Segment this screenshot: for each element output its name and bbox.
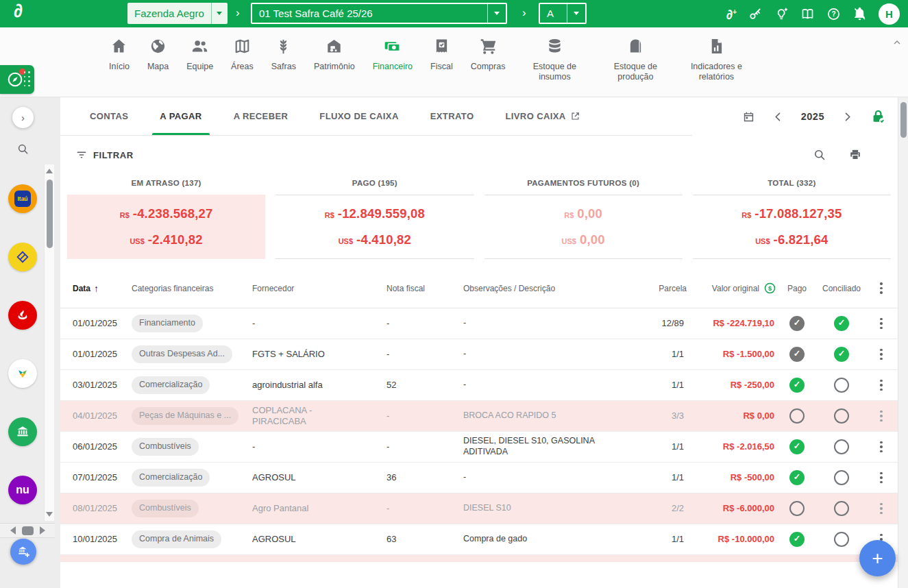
previous-year-icon[interactable] [772, 110, 785, 123]
nav-item-report[interactable]: Indicadores e relatórios [676, 27, 757, 82]
reconciled-status-unchecked[interactable] [834, 470, 849, 485]
reconciled-status-unchecked[interactable] [834, 532, 849, 547]
search-icon[interactable] [813, 148, 826, 162]
summary-card-0[interactable]: EM ATRASO (137)R$-4.238.568,27US$-2.410,… [67, 175, 265, 259]
table-row[interactable]: 06/01/2025Combustíveis--DIESEL, DIESEL S… [60, 432, 898, 463]
pager-handle[interactable] [22, 526, 34, 535]
table-row[interactable]: 08/01/2025CombustíveisAgro Pantanal-DIES… [60, 493, 898, 524]
aegro-add-icon[interactable]: ∂+ [726, 6, 737, 21]
season-selector[interactable]: 01 Test Safra Café 25/26 [251, 3, 507, 24]
table-row[interactable]: 04/01/2025Peças de Máquinas e ...COPLACA… [60, 401, 898, 432]
pager-right-icon[interactable] [40, 526, 45, 535]
scroll-down-arrow[interactable] [46, 512, 53, 517]
nav-item-wheat[interactable]: Safras [262, 27, 305, 72]
nav-item-receipt[interactable]: Fiscal [421, 27, 462, 72]
column-header-6[interactable]: Valor original$ [687, 281, 777, 295]
paid-status-checked-gray[interactable]: ✓ [789, 316, 805, 331]
paid-status-checked-green[interactable]: ✓ [789, 470, 805, 485]
reconciled-status-unchecked[interactable] [834, 439, 849, 454]
table-row[interactable]: 07/01/2025ComercializaçãoAGROSUL36-1/1R$… [60, 463, 898, 493]
add-entry-fab[interactable]: + [859, 540, 896, 576]
tip-bulb-icon[interactable] [774, 7, 789, 21]
nav-item-home[interactable]: Início [100, 27, 138, 72]
table-row[interactable]: 01/01/2025Outras Despesas Ad...FGTS + SA… [60, 339, 898, 370]
notifications-off-icon[interactable] [852, 7, 867, 21]
farm-selector[interactable]: Fazenda Aegro [127, 3, 228, 24]
reconciled-status-unchecked[interactable] [834, 378, 849, 393]
header-overflow-menu-icon[interactable] [866, 280, 896, 297]
currency-coin-icon[interactable]: $ [763, 281, 777, 295]
sidebar-search-icon[interactable] [16, 143, 29, 156]
pager-left-icon[interactable] [10, 526, 16, 535]
v-marketplace-app-icon[interactable] [8, 359, 37, 388]
nav-item-money[interactable]: Financeiro [364, 27, 421, 72]
nav-item-database[interactable]: Estoque de insumos [514, 27, 595, 82]
nav-item-map[interactable]: Áreas [222, 27, 262, 72]
table-row[interactable]: 01/01/2025Financiamento---12/89R$ -224.7… [60, 308, 898, 339]
bank-app-icon[interactable] [8, 417, 37, 446]
nav-item-label: Safras [271, 62, 296, 72]
tab-a-pagar[interactable]: A PAGAR [144, 97, 217, 135]
tab-fluxo-de-caixa[interactable]: FLUXO DE CAIXA [304, 97, 414, 135]
lock-check-icon[interactable] [870, 108, 887, 125]
filter-button[interactable]: FILTRAR [75, 149, 134, 161]
help-icon[interactable]: ? [826, 7, 841, 21]
scroll-up-arrow[interactable] [46, 169, 53, 173]
santander-app-icon[interactable] [8, 301, 37, 330]
field-selector[interactable]: A [539, 3, 587, 24]
row-overflow-menu-icon[interactable] [877, 346, 885, 363]
row-overflow-menu-icon[interactable] [877, 500, 885, 517]
nav-item-people[interactable]: Equipe [177, 27, 222, 72]
browser-extension-pill[interactable] [0, 65, 34, 94]
user-avatar[interactable]: H [879, 3, 900, 25]
manual-book-icon[interactable] [800, 7, 815, 21]
tab-livro-caixa[interactable]: LIVRO CAIXA [489, 97, 596, 135]
nav-item-silo[interactable]: Estoque de produção [595, 27, 676, 82]
row-overflow-menu-icon[interactable] [877, 408, 885, 425]
add-bank-button[interactable] [10, 539, 36, 565]
nubank-app-icon[interactable]: nu [8, 476, 37, 504]
tab-extrato[interactable]: EXTRATO [415, 97, 490, 135]
row-overflow-menu-icon[interactable] [877, 439, 885, 456]
print-icon[interactable] [848, 148, 862, 162]
column-header-0[interactable]: Data↑ [73, 283, 132, 294]
paid-status-checked-green[interactable]: ✓ [789, 439, 805, 454]
summary-card-1[interactable]: PAGO (195)R$-12.849.559,08US$-4.410,82 [275, 175, 474, 259]
row-overflow-menu-icon[interactable] [877, 315, 885, 332]
nav-item-globe[interactable]: Mapa [138, 27, 177, 72]
collapse-nav-icon[interactable] [892, 37, 903, 48]
paid-status-checked-gray[interactable]: ✓ [789, 347, 805, 362]
paid-status-unchecked[interactable] [789, 501, 805, 516]
scrollbar-thumb[interactable] [47, 180, 53, 248]
paid-status-checked-green[interactable]: ✓ [789, 532, 805, 547]
key-icon[interactable] [748, 7, 763, 21]
reconciled-status-unchecked[interactable] [834, 408, 849, 424]
cell-supplier: - [252, 441, 362, 452]
column-header-label: Pago [787, 284, 807, 293]
itau-app-icon[interactable]: Itaú [8, 184, 37, 213]
tab-label: A RECEBER [234, 111, 289, 121]
row-overflow-menu-icon[interactable] [877, 469, 885, 487]
next-year-icon[interactable] [841, 110, 854, 123]
paid-status-checked-green[interactable]: ✓ [789, 378, 805, 393]
summary-card-3[interactable]: TOTAL (332)R$-17.088.127,35US$-6.821,64 [693, 175, 891, 259]
tab-contas[interactable]: CONTAS [74, 97, 144, 135]
reconciled-status-checked-green[interactable]: ✓ [834, 316, 849, 331]
cell-reconciled: ✓ [817, 347, 866, 362]
scrollbar-thumb[interactable] [900, 102, 907, 138]
reconciled-status-checked-green[interactable]: ✓ [834, 347, 849, 362]
tab-a-receber[interactable]: A RECEBER [218, 97, 304, 135]
paid-status-unchecked[interactable] [789, 408, 805, 424]
nav-item-cart[interactable]: Compras [462, 27, 515, 72]
breadcrumb-separator: › [236, 6, 240, 20]
summary-card-2[interactable]: PAGAMENTOS FUTUROS (0)R$0,00US$0,00 [484, 175, 683, 259]
calendar-icon[interactable] [742, 110, 755, 123]
row-overflow-menu-icon[interactable] [877, 377, 885, 394]
category-chip: Combustíveis [132, 500, 199, 517]
sidebar-expand-button[interactable]: › [12, 107, 34, 128]
table-row[interactable]: 10/01/2025Compra de AnimaisAGROSUL63Comp… [60, 524, 898, 555]
reconciled-status-unchecked[interactable] [834, 501, 849, 516]
banco-do-brasil-app-icon[interactable] [8, 243, 37, 271]
table-row[interactable]: 03/01/2025Comercializaçãoagroindustrial … [60, 370, 898, 401]
nav-item-barn[interactable]: Patrimônio [305, 27, 364, 72]
